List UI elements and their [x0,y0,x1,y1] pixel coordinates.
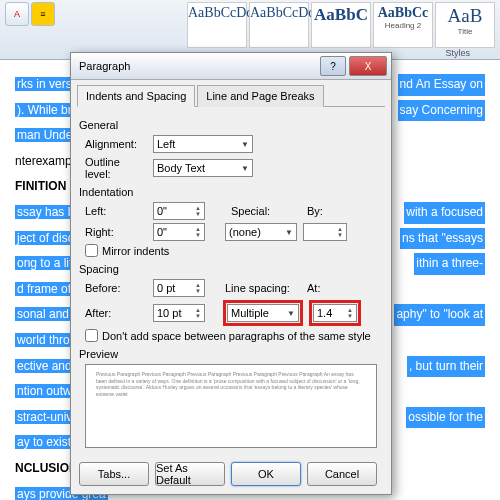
mirror-indents-checkbox[interactable] [85,244,98,257]
styles-group-label: Styles [445,48,470,58]
style-item[interactable]: AaBTitle [435,2,495,48]
indent-by-input[interactable]: ▲▼ [303,223,347,241]
dont-add-space-checkbox[interactable] [85,329,98,342]
cancel-button[interactable]: Cancel [307,462,377,486]
spacing-after-input[interactable]: 10 pt▲▼ [153,304,205,322]
indentation-label: Indentation [79,186,377,198]
style-item[interactable]: AaBbCcDd [249,2,309,48]
dialog-tabs: Indents and Spacing Line and Page Breaks [77,84,385,107]
alignment-select[interactable]: Left▼ [153,135,253,153]
ribbon: A≡ AaBbCcDd AaBbCcDd AaBbC AaBbCcHeading… [0,0,500,60]
style-item[interactable]: AaBbCcHeading 2 [373,2,433,48]
special-indent-select[interactable]: (none)▼ [225,223,297,241]
preview-box: Previous Paragraph Previous Paragraph Pr… [85,364,377,448]
indent-left-input[interactable]: 0"▲▼ [153,202,205,220]
dialog-title: Paragraph [75,60,317,72]
tab-indents-spacing[interactable]: Indents and Spacing [77,85,195,107]
style-item[interactable]: AaBbCcDd [187,2,247,48]
tab-line-page-breaks[interactable]: Line and Page Breaks [197,85,323,107]
general-label: General [79,119,377,131]
line-spacing-at-input[interactable]: 1.4▲▼ [313,304,357,322]
dialog-titlebar[interactable]: Paragraph ? X [71,53,391,80]
set-default-button[interactable]: Set As Default [155,462,225,486]
preview-label: Preview [79,348,377,360]
ok-button[interactable]: OK [231,462,301,486]
spacing-label: Spacing [79,263,377,275]
style-item[interactable]: AaBbC [311,2,371,48]
indent-right-input[interactable]: 0"▲▼ [153,223,205,241]
line-spacing-select[interactable]: Multiple▼ [227,304,299,322]
tabs-button[interactable]: Tabs... [79,462,149,486]
highlight-icon[interactable]: ≡ [31,2,55,26]
help-button[interactable]: ? [320,56,346,76]
outline-level-select[interactable]: Body Text▼ [153,159,253,177]
spacing-before-input[interactable]: 0 pt▲▼ [153,279,205,297]
paragraph-dialog: Paragraph ? X Indents and Spacing Line a… [70,52,392,495]
font-color-icon[interactable]: A [5,2,29,26]
close-button[interactable]: X [349,56,387,76]
